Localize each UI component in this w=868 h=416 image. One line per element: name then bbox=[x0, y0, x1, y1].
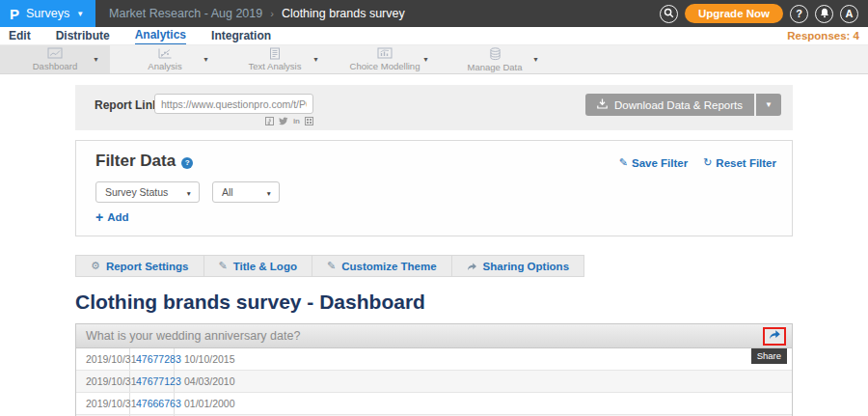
reset-filter-link[interactable]: ↻ Reset Filter bbox=[703, 156, 776, 169]
response-id-link[interactable]: 47677283 bbox=[130, 348, 175, 370]
table-row: 2019/10/31 47677123 04/03/2010 bbox=[76, 371, 792, 393]
tab-report-settings[interactable]: ⚙ Report Settings bbox=[75, 255, 204, 277]
toolbar-item-dashboard[interactable]: Dashboard ▼ bbox=[0, 45, 110, 73]
search-button[interactable] bbox=[660, 5, 678, 23]
toolbar-item-label: Text Analysis bbox=[249, 61, 302, 71]
breadcrumb-separator: › bbox=[270, 8, 274, 19]
share-icon[interactable] bbox=[769, 329, 781, 343]
save-filter-link[interactable]: ✎ Save Filter bbox=[619, 156, 688, 169]
embed-icon[interactable] bbox=[305, 117, 313, 127]
tab-label: Customize Theme bbox=[341, 261, 436, 272]
pencil-icon: ✎ bbox=[619, 156, 628, 169]
social-share-row: in bbox=[154, 117, 313, 127]
product-switcher-label: Surveys bbox=[26, 7, 69, 20]
filter-actions: ✎ Save Filter ↻ Reset Filter bbox=[619, 156, 776, 169]
filter-help-icon[interactable]: ? bbox=[181, 157, 193, 169]
nav-item-integration[interactable]: Integration bbox=[211, 28, 271, 44]
download-icon bbox=[597, 98, 608, 111]
chevron-down-icon: ▼ bbox=[266, 190, 272, 197]
breadcrumb-survey-name: Clothing brands survey bbox=[282, 7, 405, 20]
download-split-button: Download Data & Reports ▼ bbox=[585, 94, 781, 116]
search-icon bbox=[664, 8, 674, 20]
nav-item-edit[interactable]: Edit bbox=[9, 28, 31, 44]
notifications-button[interactable] bbox=[815, 5, 833, 23]
bell-icon bbox=[820, 8, 829, 20]
toolbar-item-label: Dashboard bbox=[33, 61, 77, 71]
toolbar-item-choice-modelling[interactable]: Choice Modelling ▼ bbox=[330, 45, 440, 73]
text-document-icon bbox=[269, 47, 281, 60]
responses-count[interactable]: Responses: 4 bbox=[787, 30, 859, 42]
toolbar-item-analysis[interactable]: Analysis ▼ bbox=[110, 45, 220, 73]
filter-data-panel: Filter Data ? ✎ Save Filter ↻ Reset Filt… bbox=[75, 140, 793, 236]
annotation-red-box bbox=[763, 327, 786, 346]
chevron-down-icon: ▼ bbox=[186, 190, 192, 197]
reset-filter-label: Reset Filter bbox=[716, 157, 776, 169]
report-link-input[interactable] bbox=[154, 94, 313, 114]
breadcrumb-folder[interactable]: Market Research - Aug 2019 bbox=[109, 7, 262, 20]
dashboard-chart-icon bbox=[47, 47, 63, 60]
report-tabs: ⚙ Report Settings ✎ Title & Logo ✎ Custo… bbox=[75, 255, 793, 277]
answer-cell: 01/01/2000 bbox=[175, 393, 792, 414]
chevron-down-icon[interactable]: ▼ bbox=[422, 56, 429, 63]
status-value-select[interactable]: All ▼ bbox=[212, 181, 280, 203]
page-title: Clothing brands survey - Dashboard bbox=[75, 291, 793, 314]
table-row: 2019/10/31 47666763 01/01/2000 bbox=[76, 393, 792, 415]
share-control: Share bbox=[763, 327, 786, 346]
tab-label: Sharing Options bbox=[483, 261, 569, 272]
chevron-down-icon[interactable]: ▼ bbox=[532, 56, 539, 63]
main-content: Report Link in Download Data & Reports ▼ bbox=[75, 85, 793, 416]
chevron-down-icon: ▼ bbox=[76, 10, 84, 18]
analytics-toolbar: Dashboard ▼ Analysis ▼ Text Analysis ▼ C… bbox=[0, 45, 868, 74]
tab-title-logo[interactable]: ✎ Title & Logo bbox=[204, 255, 312, 277]
twitter-icon[interactable] bbox=[279, 117, 288, 127]
avatar-initial: A bbox=[846, 8, 854, 19]
question-mark-icon: ? bbox=[796, 8, 802, 19]
nav-item-distribute[interactable]: Distribute bbox=[56, 28, 110, 44]
answer-cell: 10/10/2015 bbox=[175, 348, 792, 370]
tab-sharing-options[interactable]: Sharing Options bbox=[452, 255, 584, 277]
toolbar-item-manage-data[interactable]: Manage Data ▼ bbox=[440, 45, 550, 73]
product-switcher[interactable]: P Surveys ▼ bbox=[0, 0, 95, 27]
chevron-down-icon[interactable]: ▼ bbox=[312, 56, 319, 63]
table-row: 2019/10/31 47677283 10/10/2015 bbox=[76, 348, 792, 371]
status-value: All bbox=[222, 186, 233, 198]
account-avatar[interactable]: A bbox=[840, 5, 858, 23]
report-link-label: Report Link bbox=[95, 98, 159, 112]
chevron-down-icon[interactable]: ▼ bbox=[203, 56, 209, 63]
answer-cell: 04/03/2010 bbox=[175, 371, 792, 392]
toolbar-item-label: Analysis bbox=[148, 61, 181, 71]
plus-icon: + bbox=[95, 211, 103, 223]
response-date-cell: 2019/10/31 bbox=[76, 371, 130, 392]
linkedin-icon[interactable]: in bbox=[293, 117, 300, 127]
top-bar: P Surveys ▼ Market Research - Aug 2019 ›… bbox=[0, 0, 868, 27]
add-filter-label: Add bbox=[107, 211, 128, 223]
report-link-panel: Report Link in Download Data & Reports ▼ bbox=[75, 85, 793, 130]
share-tooltip: Share bbox=[751, 348, 787, 364]
tab-customize-theme[interactable]: ✎ Customize Theme bbox=[312, 255, 452, 277]
download-data-reports-button[interactable]: Download Data & Reports bbox=[585, 94, 754, 116]
add-filter-link[interactable]: + Add bbox=[95, 211, 140, 223]
toolbar-item-text-analysis[interactable]: Text Analysis ▼ bbox=[220, 45, 330, 73]
survey-nav: Edit Distribute Analytics Integration Re… bbox=[0, 27, 868, 45]
facebook-icon[interactable] bbox=[265, 117, 274, 127]
pencil-icon: ✎ bbox=[327, 260, 336, 272]
tab-label: Title & Logo bbox=[233, 261, 297, 272]
breadcrumb: Market Research - Aug 2019 › Clothing br… bbox=[109, 7, 405, 20]
download-options-caret[interactable]: ▼ bbox=[756, 94, 781, 116]
chevron-down-icon[interactable]: ▼ bbox=[93, 56, 99, 63]
response-date-cell: 2019/10/31 bbox=[76, 348, 130, 370]
nav-item-analytics[interactable]: Analytics bbox=[135, 27, 186, 44]
upgrade-now-button[interactable]: Upgrade Now bbox=[685, 4, 783, 23]
help-button[interactable]: ? bbox=[790, 5, 808, 23]
toolbar-item-label: Choice Modelling bbox=[350, 61, 420, 71]
download-button-label: Download Data & Reports bbox=[614, 99, 743, 111]
response-date-cell: 2019/10/31 bbox=[76, 393, 130, 414]
response-id-link[interactable]: 47677123 bbox=[130, 371, 175, 392]
topbar-actions: Upgrade Now ? A bbox=[660, 4, 868, 23]
survey-status-value: Survey Status bbox=[105, 186, 168, 198]
response-id-link[interactable]: 47666763 bbox=[130, 393, 175, 414]
question-header: What is your wedding anniversary date? S… bbox=[76, 324, 792, 348]
questionpro-logo: P bbox=[10, 6, 19, 22]
survey-status-select[interactable]: Survey Status ▼ bbox=[95, 181, 200, 203]
filter-selects: Survey Status ▼ All ▼ bbox=[95, 181, 776, 203]
